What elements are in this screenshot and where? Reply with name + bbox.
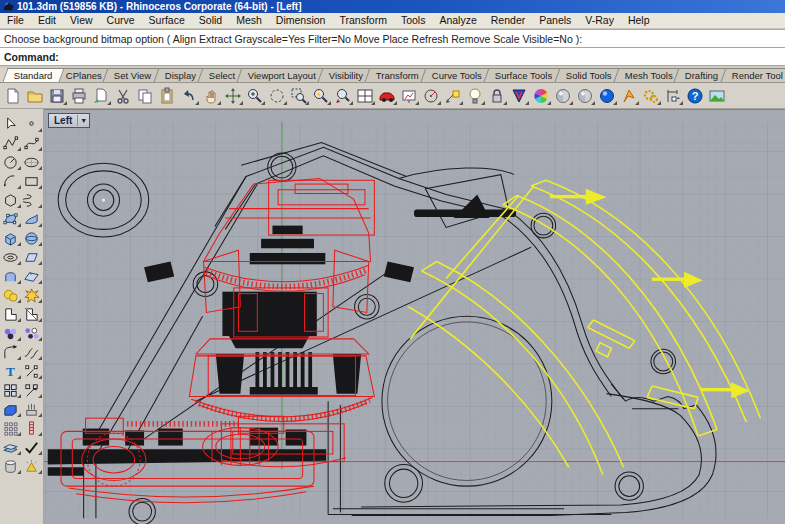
trim-icon[interactable] [1,305,21,323]
menu-item-surface[interactable]: Surface [142,13,192,28]
chevron-down-icon[interactable]: ▼ [80,117,87,124]
arc-icon[interactable] [1,172,21,190]
vray-material-icon[interactable] [508,86,529,106]
group-icon[interactable] [1,324,21,342]
menu-item-dimension[interactable]: Dimension [269,13,333,28]
text-icon[interactable]: T [1,362,21,380]
boolean-icon[interactable] [1,286,21,304]
undo-icon[interactable] [178,86,199,106]
import-icon[interactable] [90,86,111,106]
save-icon[interactable] [46,86,67,106]
paste-icon[interactable] [156,86,177,106]
solid-union-icon[interactable] [1,400,21,418]
lock-icon[interactable] [486,86,507,106]
copy-icon[interactable] [134,86,155,106]
emission-icon[interactable] [22,400,42,418]
viewport-layout-icon[interactable] [354,86,375,106]
tab-viewport-layout[interactable]: Viewport Layout [237,68,328,82]
color-wheel-icon[interactable] [530,86,551,106]
options-gears-icon[interactable] [640,86,661,106]
tab-render-tool[interactable]: Render Tool [720,68,785,82]
left-viewport[interactable]: Left ▼ [44,109,785,524]
cylinder-icon[interactable] [1,457,21,475]
select-pointer-icon[interactable] [1,115,21,133]
menu-item-curve[interactable]: Curve [100,13,142,28]
rectangle-icon[interactable] [22,172,42,190]
render-blue-icon[interactable] [596,86,617,106]
menu-item-analyze[interactable]: Analyze [432,13,483,28]
tab-standard[interactable]: Standard [2,68,64,82]
zoom-window-icon[interactable] [288,86,309,106]
plane-icon[interactable] [22,248,42,266]
array-grid-icon[interactable] [1,419,21,437]
tab-solid-tools[interactable]: Solid Tools [554,68,623,82]
selection-lasso-icon[interactable] [266,86,287,106]
cut-icon[interactable] [112,86,133,106]
menu-item-edit[interactable]: Edit [31,13,63,28]
background-bitmap-icon[interactable] [706,86,727,106]
rotate-view-icon[interactable] [222,86,243,106]
print-icon[interactable] [68,86,89,106]
layers-icon[interactable] [1,438,21,456]
new-file-icon[interactable] [2,86,23,106]
helix-icon[interactable] [22,191,42,209]
command-input[interactable] [59,51,781,63]
viewport-canvas[interactable] [44,110,785,524]
show-map-icon[interactable] [398,86,419,106]
lamp-icon[interactable] [464,86,485,106]
surface-corner-icon[interactable] [22,210,42,228]
toolbar-tab-strip: StandardCPlanesSet ViewDisplaySelectView… [0,68,785,83]
block-define-icon[interactable] [1,381,21,399]
menu-item-file[interactable]: File [0,13,31,28]
dimension-tool-icon[interactable] [662,86,683,106]
menu-item-transform[interactable]: Transform [332,13,393,28]
arrange-points-icon[interactable] [22,362,42,380]
open-file-icon[interactable] [24,86,45,106]
zoom-in-icon[interactable] [244,86,265,106]
box-icon[interactable] [1,229,21,247]
menu-item-render[interactable]: Render [484,13,532,28]
block-insert-icon[interactable] [22,381,42,399]
polyline-icon[interactable] [1,134,21,152]
blend-curve-icon[interactable] [22,343,42,361]
standard-toolbar: ? [0,83,785,109]
menu-item-panels[interactable]: Panels [532,13,578,28]
cone-lamp-icon[interactable] [22,457,42,475]
zoom-extents-icon[interactable] [332,86,353,106]
menu-item-tools[interactable]: Tools [394,13,433,28]
viewport-title-tab[interactable]: Left ▼ [48,113,90,128]
render-preview-1-icon[interactable] [552,86,573,106]
render-preview-2-icon[interactable] [574,86,595,106]
move-point-icon[interactable] [442,86,463,106]
split-icon[interactable] [22,305,42,323]
point-icon[interactable] [22,115,42,133]
fillet-curve-icon[interactable] [1,343,21,361]
vray-render-icon[interactable] [618,86,639,106]
ungroup-icon[interactable] [22,324,42,342]
radius-measure-icon[interactable] [420,86,441,106]
explode-icon[interactable] [22,286,42,304]
menu-item-help[interactable]: Help [621,13,657,28]
pan-icon[interactable] [200,86,221,106]
torus-icon[interactable] [1,248,21,266]
unroll-surface-icon[interactable] [22,267,42,285]
zoom-selected-icon[interactable] [310,86,331,106]
polygon-icon[interactable] [1,191,21,209]
tab-surface-tools[interactable]: Surface Tools [484,68,564,82]
check-icon[interactable] [22,438,42,456]
tab-label: Visibility [329,70,363,81]
sphere-icon[interactable] [22,229,42,247]
circle-icon[interactable] [1,153,21,171]
control-point-curve-icon[interactable] [22,134,42,152]
extrude-icon[interactable] [1,267,21,285]
ellipse-icon[interactable] [22,153,42,171]
menu-item-view[interactable]: View [63,13,100,28]
menu-item-mesh[interactable]: Mesh [229,13,269,28]
array-linear-icon[interactable] [22,419,42,437]
help-icon[interactable]: ? [684,86,705,106]
menu-item-solid[interactable]: Solid [192,13,229,28]
named-view-icon[interactable] [376,86,397,106]
menu-item-vray[interactable]: V-Ray [578,13,621,28]
surface-from-points-icon[interactable] [1,210,21,228]
tab-label: Select [209,70,235,81]
